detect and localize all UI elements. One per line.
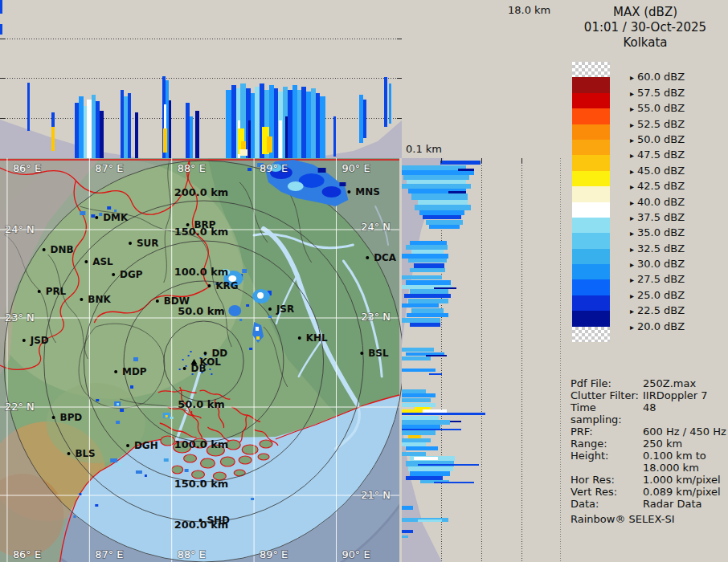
city-marker — [112, 273, 115, 276]
city-label: DMK — [103, 212, 129, 223]
legend-row: ▸35.0 dBZ — [572, 218, 725, 233]
longitude-label-bottom: 87° E — [95, 548, 123, 560]
city-marker — [268, 307, 272, 311]
city-label: MDP — [122, 366, 147, 377]
metadata-value: Radar Data — [643, 498, 701, 510]
ppi-map-panel[interactable]: 86° E86° E87° E87° E88° E88° E89° E89° E… — [0, 158, 402, 562]
dbz-color-legend: ▸60.0 dBZ▸57.5 dBZ▸55.0 dBZ▸52.5 dBZ▸50.… — [572, 62, 725, 342]
legend-swatch — [572, 140, 610, 155]
metadata-label: Height: — [571, 450, 643, 474]
xz-projection-canvas — [0, 0, 402, 158]
metadata-row: Pdf File:250Z.max — [571, 377, 728, 389]
ppi-map-canvas: 86° E86° E87° E87° E88° E88° E89° E89° E… — [0, 158, 402, 562]
metadata-value: 48 — [643, 401, 656, 426]
metadata-label: Vert Res: — [571, 486, 643, 498]
city-marker — [95, 216, 98, 219]
legend-row: ▸37.5 dBZ — [572, 202, 725, 218]
longitude-label-top: 89° E — [260, 162, 288, 174]
yz-projection-panel[interactable] — [402, 158, 562, 562]
longitude-label-top: 86° E — [13, 162, 41, 174]
metadata-label: PRF: — [571, 426, 643, 438]
product-header: MAX (dBZ) 01:01 / 30-Oct-2025 Kolkata — [562, 5, 728, 51]
longitude-label-bottom: 89° E — [260, 548, 288, 560]
range-ring-label: 100.0 km — [174, 438, 228, 450]
height-axis-max-label: 18.0 km — [508, 4, 550, 16]
metadata-value: 0.100 km to 18.000 km — [643, 450, 706, 474]
xz-gridlines — [0, 39, 402, 119]
legend-swatch — [572, 264, 610, 279]
legend-row: ▸20.0 dBZ — [572, 311, 725, 326]
city-marker — [347, 190, 350, 193]
city-label: ASL — [92, 256, 113, 267]
city-label: MNS — [355, 186, 379, 198]
legend-swatch — [572, 295, 610, 311]
city-label: BNK — [88, 294, 111, 305]
metadata-row: PRF:600 Hz / 450 Hz — [571, 426, 728, 438]
legend-swatch — [572, 233, 610, 248]
metadata-value: 1.000 km/pixel — [643, 474, 721, 486]
scan-metadata: Pdf File:250Z.maxClutter Filter:IIRDoppl… — [571, 377, 728, 525]
legend-swatch — [572, 186, 610, 202]
city-marker — [38, 290, 41, 293]
metadata-label: Pdf File: — [571, 377, 643, 389]
xz-echo-columns — [0, 0, 391, 158]
legend-row: ▸40.0 dBZ — [572, 186, 725, 202]
legend-row: ▸42.5 dBZ — [572, 171, 725, 186]
legend-row: ▸32.5 dBZ — [572, 233, 725, 248]
city-label: DCA — [374, 252, 397, 263]
longitude-label-top: 90° E — [342, 162, 370, 174]
latitude-label-left: 24° N — [5, 223, 35, 235]
city-label: BDW — [164, 295, 190, 307]
city-marker — [360, 352, 363, 355]
latitude-label-left: 22° N — [5, 401, 35, 413]
range-ring-label: 200.0 km — [174, 186, 228, 198]
city-marker — [366, 256, 369, 259]
city-label: KHL — [306, 332, 328, 344]
city-marker — [114, 370, 117, 373]
latitude-label-left: 23° N — [5, 312, 35, 324]
metadata-value: 0.089 km/pixel — [643, 486, 721, 498]
city-marker — [52, 416, 55, 419]
city-label: DGH — [134, 440, 158, 451]
city-marker — [22, 339, 26, 342]
metadata-value: 250Z.max — [643, 377, 696, 389]
metadata-label: Hor Res: — [571, 474, 643, 486]
legend-row: ▸47.5 dBZ — [572, 140, 725, 155]
metadata-row: Range:250 km — [571, 438, 728, 450]
range-ring-label: 50.0 km — [178, 398, 224, 410]
city-label: SUR — [137, 238, 158, 249]
legend-swatch — [572, 327, 610, 342]
legend-row: ▸27.5 dBZ — [572, 264, 725, 279]
info-sidebar: MAX (dBZ) 01:01 / 30-Oct-2025 Kolkata ▸6… — [562, 0, 728, 562]
longitude-label-bottom: 86° E — [13, 548, 41, 560]
metadata-row: Data:Radar Data — [571, 498, 728, 510]
legend-swatch — [572, 124, 610, 140]
legend-row: ▸55.0 dBZ — [572, 93, 725, 108]
city-marker — [156, 299, 159, 303]
legend-row: ▸57.5 dBZ — [572, 77, 725, 92]
legend-row: ▸30.0 dBZ — [572, 249, 725, 264]
metadata-row: Height:0.100 km to 18.000 km — [571, 450, 728, 474]
legend-swatch — [572, 218, 610, 233]
radar-site-label: KOL — [200, 356, 222, 368]
legend-row: ▸52.5 dBZ — [572, 108, 725, 124]
xz-projection-panel[interactable] — [0, 0, 402, 158]
longitude-label-bottom: 88° E — [178, 548, 206, 560]
radar-site-name: Kolkata — [562, 35, 728, 51]
legend-swatch — [572, 62, 610, 77]
city-label: DNB — [51, 244, 74, 255]
legend-swatch — [572, 171, 610, 186]
legend-swatch — [572, 311, 610, 326]
product-name: MAX (dBZ) — [562, 5, 728, 20]
product-datetime: 01:01 / 30-Oct-2025 — [562, 20, 728, 35]
city-label: JSD — [30, 335, 49, 346]
range-ring-label: 150.0 km — [174, 478, 228, 490]
legend-swatch — [572, 108, 610, 124]
metadata-label: Range: — [571, 438, 643, 450]
legend-row: ▸22.5 dBZ — [572, 295, 725, 311]
legend-swatch — [572, 77, 610, 92]
legend-swatch — [572, 279, 610, 295]
city-marker — [126, 444, 129, 447]
range-ring-label: 100.0 km — [174, 266, 228, 278]
metadata-row: Hor Res:1.000 km/pixel — [571, 474, 728, 486]
